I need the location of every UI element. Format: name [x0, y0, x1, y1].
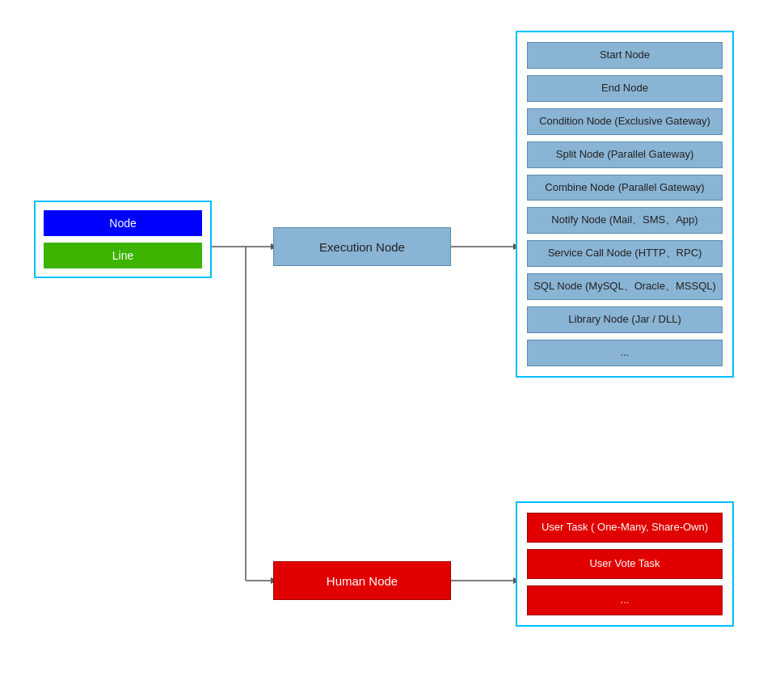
- diagram-container: Node Line Execution Node Human Node Star…: [0, 0, 784, 693]
- execution-node[interactable]: Execution Node: [273, 227, 451, 266]
- human-subtype-item-0[interactable]: User Task ( One-Many, Share-Own): [527, 513, 723, 543]
- exec-subtype-item-9[interactable]: ...: [527, 340, 723, 366]
- exec-subtype-item-2[interactable]: Condition Node (Exclusive Gateway): [527, 108, 723, 135]
- execution-node-label: Execution Node: [319, 240, 405, 254]
- exec-subtype-item-0[interactable]: Start Node: [527, 42, 723, 69]
- human-subtypes-box: User Task ( One-Many, Share-Own)User Vot…: [516, 501, 734, 627]
- exec-subtype-item-6[interactable]: Service Call Node (HTTP、RPC): [527, 240, 723, 267]
- exec-subtype-item-1[interactable]: End Node: [527, 75, 723, 102]
- legend-box: Node Line: [34, 201, 212, 278]
- exec-subtypes-box: Start NodeEnd NodeCondition Node (Exclus…: [516, 31, 734, 378]
- human-subtype-item-1[interactable]: User Vote Task: [527, 549, 723, 579]
- exec-subtype-item-8[interactable]: Library Node (Jar / DLL): [527, 306, 723, 333]
- exec-subtype-item-4[interactable]: Combine Node (Parallel Gateway): [527, 175, 723, 201]
- exec-subtype-item-3[interactable]: Split Node (Parallel Gateway): [527, 142, 723, 168]
- legend-line-item: Line: [44, 243, 202, 268]
- human-node[interactable]: Human Node: [273, 561, 451, 600]
- human-subtype-item-2[interactable]: ...: [527, 585, 723, 615]
- human-node-label: Human Node: [327, 574, 398, 588]
- legend-node-item: Node: [44, 210, 202, 236]
- exec-subtype-item-7[interactable]: SQL Node (MySQL、Oracle、MSSQL): [527, 273, 723, 300]
- exec-subtype-item-5[interactable]: Notify Node (Mail、SMS、App): [527, 207, 723, 234]
